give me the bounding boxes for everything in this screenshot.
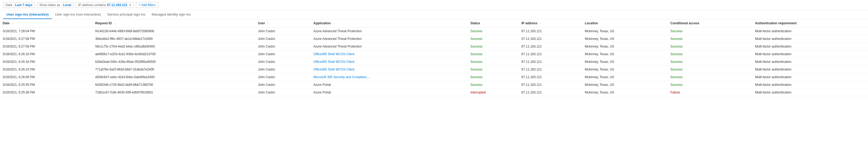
- tab-service-principal[interactable]: Service principal sign-ins: [104, 10, 149, 19]
- cell-status: Success: [468, 28, 519, 35]
- show-dates-label: Show dates as :: [39, 3, 62, 7]
- cell-ip-address: 67.11.183.121: [519, 58, 582, 66]
- cell-location: Mckinney, Texas, US: [582, 89, 668, 96]
- ip-filter-close-icon[interactable]: ✕: [129, 3, 131, 7]
- col-ip-address[interactable]: IP address ↑↓: [519, 19, 582, 28]
- tab-interactive[interactable]: User sign-ins (interactive): [3, 10, 52, 19]
- cell-date: 3/18/2021, 6:26:06 PM: [0, 73, 92, 81]
- add-filter-button[interactable]: + Add filters: [136, 2, 158, 8]
- cell-user: John Castro: [255, 58, 311, 66]
- col-status: Status: [468, 19, 519, 28]
- cell-request-id: f414d130-6446-4993-89df-8a0572060900: [92, 28, 255, 35]
- cell-request-id: 38dcd4e2-ff8c-4937-ab1d-fd8ab17c0400: [92, 35, 255, 43]
- col-conditional-access: Conditional access: [668, 19, 752, 28]
- sort-icon-ip: ↑↓: [539, 22, 542, 25]
- table-container: Date ↑↓ Request ID ↑↓ User ↑↓ Applicatio…: [0, 19, 868, 96]
- table-row[interactable]: 3/18/2021, 6:26:16 PM ad4856c7-e203-4cb2…: [0, 50, 868, 58]
- cell-application[interactable]: Microsoft 365 Security and Compliance C.…: [311, 73, 468, 81]
- table-row[interactable]: 3/18/2021, 6:27:58 PM 38dcd4e2-ff8c-4937…: [0, 35, 868, 43]
- application-link[interactable]: Office365 Shell WCSS-Client: [313, 68, 354, 71]
- cell-ip-address: 67.11.183.121: [519, 73, 582, 81]
- tab-managed-identity[interactable]: Managed identity sign-ins: [149, 10, 194, 19]
- cell-status: Success: [468, 58, 519, 66]
- table-row[interactable]: 3/18/2021, 6:26:16 PM b2bb2bad-040c-428a…: [0, 58, 868, 66]
- cell-status: Success: [468, 35, 519, 43]
- cell-auth-requirement: Multi-factor authentication: [752, 73, 868, 81]
- show-dates-filter-chip[interactable]: Show dates as : Local: [37, 2, 73, 8]
- cell-date: 3/18/2021, 6:26:16 PM: [0, 58, 92, 66]
- table-row[interactable]: 3/18/2021, 6:25:55 PM fd3302d6-c729-4b02…: [0, 81, 868, 89]
- cell-auth-requirement: Multi-factor authentication: [752, 89, 868, 96]
- ip-filter-label: IP address contains: [78, 3, 106, 7]
- cell-application: Azure Portal: [311, 81, 468, 89]
- cell-user: John Castro: [255, 66, 311, 73]
- cell-application: Azure Advanced Threat Protection: [311, 28, 468, 35]
- cell-status: Interrupted: [468, 89, 519, 96]
- table-row[interactable]: 3/18/2021, 6:26:06 PM d309c647-eebc-42e3…: [0, 73, 868, 81]
- cell-request-id: d309c647-eebc-42e3-84ec-0ab46fea2400: [92, 73, 255, 81]
- cell-location: Mckinney, Texas, US: [582, 50, 668, 58]
- application-name: Azure Advanced Threat Protection: [313, 29, 362, 33]
- cell-location: Mckinney, Texas, US: [582, 43, 668, 50]
- cell-user: John Castro: [255, 50, 311, 58]
- table-row[interactable]: 3/18/2021, 7:28:04 PM f414d130-6446-4993…: [0, 28, 868, 35]
- cell-user: John Castro: [255, 35, 311, 43]
- cell-conditional-access: Success: [668, 28, 752, 35]
- col-location: Location: [582, 19, 668, 28]
- table-row[interactable]: 3/18/2021, 6:27:56 PM 59c1c75c-27b4-4ed2…: [0, 43, 868, 50]
- cell-date: 3/18/2021, 6:26:15 PM: [0, 66, 92, 73]
- cell-ip-address: 67.11.183.121: [519, 28, 582, 35]
- application-name: Azure Advanced Threat Protection: [313, 37, 362, 41]
- ip-filter-chip[interactable]: IP address contains 67.11.183.121 ✕: [76, 2, 134, 8]
- cell-ip-address: 67.11.183.121: [519, 89, 582, 96]
- cell-date: 3/18/2021, 6:25:38 PM: [0, 89, 92, 96]
- application-link[interactable]: Office365 Shell WCSS-Client: [313, 52, 354, 56]
- cell-application[interactable]: Office365 Shell WCSS-Client: [311, 50, 468, 58]
- cell-auth-requirement: Multi-factor authentication: [752, 50, 868, 58]
- tab-non-interactive[interactable]: User sign-ins (non-interactive): [52, 10, 104, 19]
- cell-auth-requirement: Multi-factor authentication: [752, 81, 868, 89]
- cell-request-id: 771af76e-6a2f-482d-b6d7-31db3a7e2400: [92, 66, 255, 73]
- table-header-row: Date ↑↓ Request ID ↑↓ User ↑↓ Applicatio…: [0, 19, 868, 28]
- col-user[interactable]: User ↑↓: [255, 19, 311, 28]
- cell-conditional-access: Success: [668, 81, 752, 89]
- cell-user: John Castro: [255, 28, 311, 35]
- cell-auth-requirement: Multi-factor authentication: [752, 43, 868, 50]
- col-request-id[interactable]: Request ID ↑↓: [92, 19, 255, 28]
- cell-conditional-access: Success: [668, 50, 752, 58]
- sort-icon-user: ↑↓: [267, 22, 269, 25]
- cell-status: Success: [468, 81, 519, 89]
- cell-status: Success: [468, 66, 519, 73]
- cell-application: Azure Advanced Threat Protection: [311, 43, 468, 50]
- show-dates-value: Local: [63, 3, 71, 7]
- cell-user: John Castro: [255, 43, 311, 50]
- cell-auth-requirement: Multi-factor authentication: [752, 28, 868, 35]
- top-bar: Date : Last 7 days Show dates as : Local…: [0, 0, 868, 10]
- cell-ip-address: 67.11.183.121: [519, 66, 582, 73]
- cell-date: 3/18/2021, 6:26:16 PM: [0, 50, 92, 58]
- cell-status: Success: [468, 50, 519, 58]
- cell-location: Mckinney, Texas, US: [582, 35, 668, 43]
- cell-application[interactable]: Office365 Shell WCSS-Client: [311, 58, 468, 66]
- table-row[interactable]: 3/18/2021, 6:25:38 PM 718b1c67-f16b-4630…: [0, 89, 868, 96]
- date-filter-label: Date :: [6, 3, 14, 7]
- date-filter-chip[interactable]: Date : Last 7 days: [3, 2, 35, 8]
- cell-application[interactable]: Office365 Shell WCSS-Client: [311, 66, 468, 73]
- cell-auth-requirement: Multi-factor authentication: [752, 35, 868, 43]
- sign-ins-table: Date ↑↓ Request ID ↑↓ User ↑↓ Applicatio…: [0, 19, 868, 96]
- application-link[interactable]: Microsoft 365 Security and Compliance C.…: [313, 75, 372, 79]
- cell-conditional-access: Success: [668, 35, 752, 43]
- cell-ip-address: 67.11.183.121: [519, 43, 582, 50]
- cell-date: 3/18/2021, 6:27:58 PM: [0, 35, 92, 43]
- cell-date: 3/18/2021, 6:25:55 PM: [0, 81, 92, 89]
- cell-user: John Castro: [255, 73, 311, 81]
- cell-request-id: 59c1c75c-27b4-4ed2-b4ac-c89ca8d30400: [92, 43, 255, 50]
- sort-icon-application: ↑↓: [333, 22, 335, 25]
- application-name: Azure Portal: [313, 83, 331, 87]
- table-row[interactable]: 3/18/2021, 6:26:15 PM 771af76e-6a2f-482d…: [0, 66, 868, 73]
- application-link[interactable]: Office365 Shell WCSS-Client: [313, 60, 354, 64]
- col-application[interactable]: Application ↑↓: [311, 19, 468, 28]
- col-date[interactable]: Date ↑↓: [0, 19, 92, 28]
- cell-status: Success: [468, 73, 519, 81]
- cell-request-id: 718b1c67-f16b-4630-93ff-e0b979016601: [92, 89, 255, 96]
